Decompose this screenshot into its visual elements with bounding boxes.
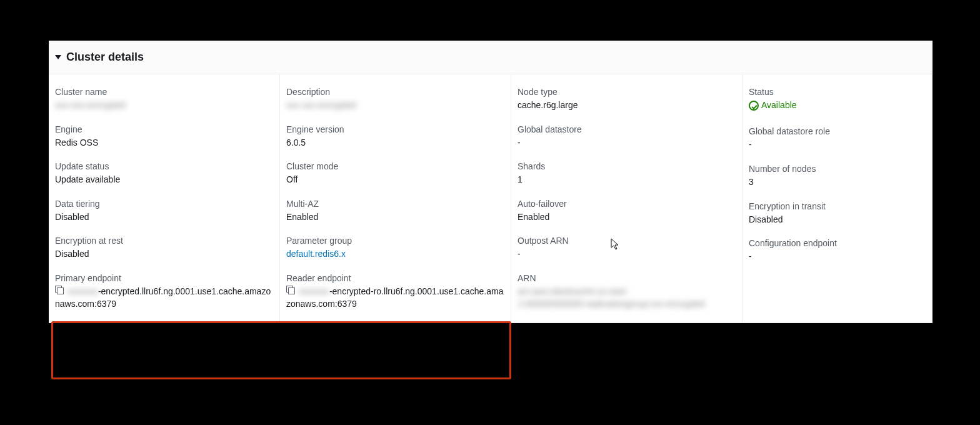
field-auto-failover: Auto-failover Enabled xyxy=(518,199,736,224)
field-outpost-arn: Outpost ARN - xyxy=(518,236,736,261)
value-data-tiering: Disabled xyxy=(55,211,273,224)
label-outpost-arn: Outpost ARN xyxy=(518,236,736,246)
value-outpost-arn: - xyxy=(518,248,736,261)
value-update-status: Update available xyxy=(55,174,273,186)
value-reader-endpoint: xxxxxxx-encrypted-ro.llru6f.ng.0001.use1… xyxy=(286,286,504,310)
field-node-type: Node type cache.r6g.large xyxy=(518,87,736,112)
redacted-prefix: xxxxxxx xyxy=(299,286,329,296)
field-multi-az: Multi-AZ Enabled xyxy=(286,199,504,224)
label-shards: Shards xyxy=(518,161,736,171)
field-parameter-group: Parameter group default.redis6.x xyxy=(286,236,504,261)
field-encryption-in-transit: Encryption in transit Disabled xyxy=(749,201,926,226)
value-multi-az: Enabled xyxy=(286,211,504,224)
value-auto-failover: Enabled xyxy=(518,211,736,224)
label-cluster-mode: Cluster mode xyxy=(286,161,504,171)
label-description: Description xyxy=(286,87,504,97)
field-engine-version: Engine version 6.0.5 xyxy=(286,124,504,149)
cluster-details-panel: Cluster details Cluster name xxx-xxx-enc… xyxy=(49,41,932,323)
value-primary-endpoint: xxxxxxx-encrypted.llru6f.ng.0001.use1.ca… xyxy=(55,286,273,310)
collapse-caret-icon[interactable] xyxy=(55,55,61,59)
label-parameter-group: Parameter group xyxy=(286,236,504,246)
field-primary-endpoint: Primary endpoint xxxxxxx-encrypted.llru6… xyxy=(55,273,273,310)
field-cluster-name: Cluster name xxx-xxx-encrypted xyxy=(55,87,273,112)
field-engine: Engine Redis OSS xyxy=(55,124,273,149)
details-grid: Cluster name xxx-xxx-encrypted Engine Re… xyxy=(49,74,932,323)
link-parameter-group[interactable]: default.redis6.x xyxy=(286,249,346,259)
label-encryption-in-transit: Encryption in transit xyxy=(749,201,926,211)
label-global-datastore: Global datastore xyxy=(518,124,736,134)
status-text: Available xyxy=(761,99,797,112)
label-configuration-endpoint: Configuration endpoint xyxy=(749,238,926,248)
value-shards: 1 xyxy=(518,174,736,186)
label-node-type: Node type xyxy=(518,87,736,97)
value-cluster-mode: Off xyxy=(286,174,504,186)
value-cluster-name: xxx-xxx-encrypted xyxy=(55,99,273,112)
label-reader-endpoint: Reader endpoint xyxy=(286,273,504,283)
details-column-3: Node type cache.r6g.large Global datasto… xyxy=(511,74,742,322)
field-cluster-mode: Cluster mode Off xyxy=(286,161,504,186)
label-number-of-nodes: Number of nodes xyxy=(749,164,926,174)
details-column-1: Cluster name xxx-xxx-encrypted Engine Re… xyxy=(49,74,280,322)
field-description: Description xxx xxx encrypted xyxy=(286,87,504,112)
copy-icon[interactable] xyxy=(286,286,295,294)
value-encryption-in-transit: Disabled xyxy=(749,214,926,226)
field-data-tiering: Data tiering Disabled xyxy=(55,199,273,224)
label-primary-endpoint: Primary endpoint xyxy=(55,273,273,283)
value-engine-version: 6.0.5 xyxy=(286,137,504,149)
field-encryption-at-rest: Encryption at rest Disabled xyxy=(55,236,273,261)
details-column-2: Description xxx xxx encrypted Engine ver… xyxy=(280,74,511,322)
label-data-tiering: Data tiering xyxy=(55,199,273,209)
field-reader-endpoint: Reader endpoint xxxxxxx-encrypted-ro.llr… xyxy=(286,273,504,310)
value-description: xxx xxx encrypted xyxy=(286,99,504,112)
value-arn: arn:aws:elasticache:us-east-1:0000000000… xyxy=(518,286,736,310)
redacted-prefix: xxxxxxx xyxy=(68,286,98,296)
highlight-box xyxy=(51,321,511,379)
label-arn: ARN xyxy=(518,273,736,283)
label-cluster-name: Cluster name xyxy=(55,87,273,97)
field-global-datastore: Global datastore - xyxy=(518,124,736,149)
section-title: Cluster details xyxy=(66,51,144,64)
label-global-datastore-role: Global datastore role xyxy=(749,126,926,136)
label-encryption-at-rest: Encryption at rest xyxy=(55,236,273,246)
status-badge: Available xyxy=(749,99,797,112)
label-engine-version: Engine version xyxy=(286,124,504,134)
value-global-datastore-role: - xyxy=(749,139,926,151)
field-shards: Shards 1 xyxy=(518,161,736,186)
label-engine: Engine xyxy=(55,124,273,134)
label-auto-failover: Auto-failover xyxy=(518,199,736,209)
value-node-type: cache.r6g.large xyxy=(518,99,736,112)
field-global-datastore-role: Global datastore role - xyxy=(749,126,926,151)
value-number-of-nodes: 3 xyxy=(749,176,926,189)
check-circle-icon xyxy=(749,101,759,111)
value-configuration-endpoint: - xyxy=(749,251,926,263)
field-update-status: Update status Update available xyxy=(55,161,273,186)
label-status: Status xyxy=(749,87,926,97)
details-column-4: Status Available Global datastore role -… xyxy=(742,74,932,322)
value-encryption-at-rest: Disabled xyxy=(55,248,273,261)
copy-icon[interactable] xyxy=(55,286,64,294)
value-global-datastore: - xyxy=(518,137,736,149)
field-arn: ARN arn:aws:elasticache:us-east-1:000000… xyxy=(518,273,736,310)
section-header: Cluster details xyxy=(49,41,932,74)
field-configuration-endpoint: Configuration endpoint - xyxy=(749,238,926,263)
label-update-status: Update status xyxy=(55,161,273,171)
value-engine: Redis OSS xyxy=(55,137,273,149)
field-status: Status Available xyxy=(749,87,926,114)
label-multi-az: Multi-AZ xyxy=(286,199,504,209)
field-number-of-nodes: Number of nodes 3 xyxy=(749,164,926,189)
